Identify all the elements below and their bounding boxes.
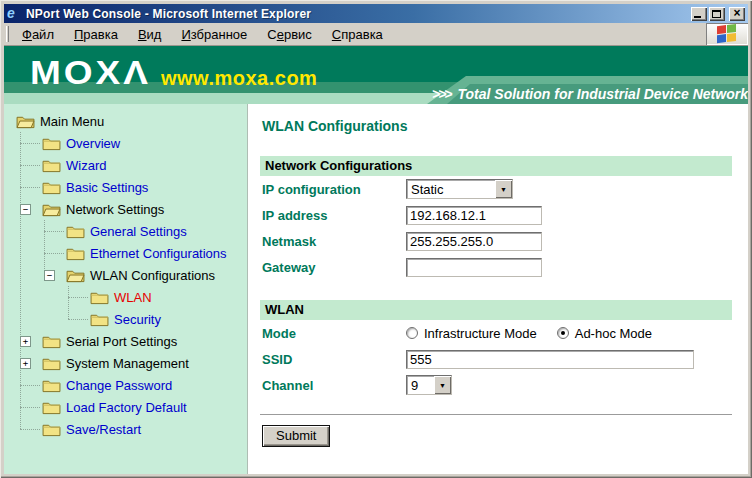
folder-icon (42, 378, 61, 393)
mode-radio-infrastructure-mode[interactable] (406, 327, 418, 339)
sidebar-item-network-settings[interactable]: Network Settings (66, 202, 164, 217)
tree-connector-stub (20, 385, 40, 386)
sidebar-item-wizard[interactable]: Wizard (66, 158, 106, 173)
tree-connector-stub (68, 319, 88, 320)
sidebar-item-ethernet-configurations[interactable]: Ethernet Configurations (90, 246, 227, 261)
tree-connector-stub (20, 187, 40, 188)
channel-selected-value: 9 (407, 376, 434, 394)
submit-button[interactable]: Submit (262, 425, 330, 447)
gateway-field[interactable] (406, 258, 542, 277)
tree-row: Main Menu (4, 110, 247, 132)
menu-item-правка[interactable]: Правка (64, 23, 128, 45)
netmask-field[interactable] (406, 232, 542, 251)
ssid-label: SSID (260, 352, 406, 367)
sidebar-item-main-menu[interactable]: Main Menu (40, 114, 104, 129)
sidebar-item-change-password[interactable]: Change Password (66, 378, 172, 393)
tree-connector-stub (20, 165, 40, 166)
chevrons-icon: >>> (432, 86, 451, 102)
sidebar-item-security[interactable]: Security (114, 312, 161, 327)
tree-row: Change Password (4, 374, 247, 396)
ie-icon: e (7, 6, 22, 21)
navigation-sidebar: Main MenuOverviewWizardBasic Settings−Ne… (4, 104, 247, 474)
ip-configuration-select[interactable]: Static▼ (406, 179, 513, 199)
expander-slot: + (20, 358, 40, 369)
expand-toggle-system-management[interactable]: + (20, 358, 31, 369)
mode-radio-ad-hoc-mode[interactable] (557, 327, 569, 339)
open-folder-icon (66, 268, 85, 283)
tree-connector-stub (68, 297, 88, 298)
ip-configuration-selected-value: Static (407, 180, 495, 198)
tree-row: +System Management (4, 352, 247, 374)
sidebar-item-overview[interactable]: Overview (66, 136, 120, 151)
moxa-banner: MOXΛ www.moxa.com >>>Total Solution for … (4, 46, 748, 104)
channel-select[interactable]: 9▼ (406, 375, 452, 395)
expand-toggle-serial-port-settings[interactable]: + (20, 336, 31, 347)
folder-icon (42, 180, 61, 195)
expander-slot: − (44, 270, 64, 281)
mode-option-label: Infrastructure Mode (424, 326, 537, 341)
main-content: WLAN Configurations Network Configuratio… (248, 104, 748, 474)
folder-icon (42, 422, 61, 437)
minimize-button[interactable] (691, 7, 707, 21)
mode-row: ModeInfrastructure ModeAd-hoc Mode (260, 320, 732, 346)
tree-connector-stub (44, 231, 64, 232)
banner-tagline: >>>Total Solution for Industrial Device … (432, 86, 748, 102)
menu-item-вид[interactable]: Вид (128, 23, 172, 45)
netmask-row: Netmask (260, 228, 732, 254)
sidebar-item-save-restart[interactable]: Save/Restart (66, 422, 141, 437)
tree-row: Wizard (4, 154, 247, 176)
page-title: WLAN Configurations (260, 114, 732, 134)
mode-option-label: Ad-hoc Mode (575, 326, 652, 341)
title-bar: e NPort Web Console - Microsoft Internet… (4, 4, 748, 23)
ip-address-field[interactable] (406, 206, 542, 225)
tree-row: −Network Settings (4, 198, 247, 220)
tree-row: Load Factory Default (4, 396, 247, 418)
ip-configuration-row: IP configurationStatic▼ (260, 176, 732, 202)
menu-grip-handle[interactable] (6, 26, 9, 42)
collapse-toggle-network-settings[interactable]: − (20, 204, 31, 215)
sidebar-item-wlan-configurations[interactable]: WLAN Configurations (90, 268, 215, 283)
folder-icon (42, 334, 61, 349)
browser-logo-box (706, 23, 748, 45)
tree-connector-stub (20, 429, 40, 430)
tree-row: General Settings (4, 220, 247, 242)
dropdown-arrow-icon[interactable]: ▼ (434, 376, 451, 394)
ip-configuration-label: IP configuration (260, 182, 406, 197)
windows-flag-icon (717, 24, 737, 44)
sidebar-item-basic-settings[interactable]: Basic Settings (66, 180, 148, 195)
ip-address-label: IP address (260, 208, 406, 223)
sidebar-item-load-factory-default[interactable]: Load Factory Default (66, 400, 187, 415)
menu-item-сервис[interactable]: Сервис (257, 23, 322, 45)
tagline-text: Total Solution for Industrial Device Net… (458, 86, 748, 102)
sidebar-item-serial-port-settings[interactable]: Serial Port Settings (66, 334, 177, 349)
maximize-button[interactable] (709, 7, 725, 21)
folder-icon (66, 224, 85, 239)
sidebar-item-wlan[interactable]: WLAN (114, 290, 152, 305)
ssid-row: SSID (260, 346, 732, 372)
close-button[interactable]: × (729, 7, 745, 21)
tree-row: +Serial Port Settings (4, 330, 247, 352)
tree-row: Save/Restart (4, 418, 247, 440)
mode-radio-group: Infrastructure ModeAd-hoc Mode (406, 326, 666, 341)
sidebar-item-general-settings[interactable]: General Settings (90, 224, 187, 239)
menu-item-справка[interactable]: Справка (322, 23, 393, 45)
sidebar-item-system-management[interactable]: System Management (66, 356, 189, 371)
tree-row: Basic Settings (4, 176, 247, 198)
channel-row: Channel9▼ (260, 372, 732, 398)
collapse-toggle-wlan-configurations[interactable]: − (44, 270, 55, 281)
ssid-field[interactable] (406, 350, 694, 369)
tree-row: Ethernet Configurations (4, 242, 247, 264)
open-folder-icon (16, 114, 35, 129)
form-divider (260, 414, 732, 415)
folder-icon (90, 312, 109, 327)
dropdown-arrow-icon[interactable]: ▼ (495, 180, 512, 198)
expander-slot: + (20, 336, 40, 347)
menu-item-избранное[interactable]: Избранное (171, 23, 257, 45)
netmask-label: Netmask (260, 234, 406, 249)
tree-row: WLAN (4, 286, 247, 308)
channel-label: Channel (260, 378, 406, 393)
menu-item-файл[interactable]: Файл (12, 23, 64, 45)
browser-window: e NPort Web Console - Microsoft Internet… (0, 0, 752, 478)
open-folder-icon (42, 202, 61, 217)
folder-icon (42, 136, 61, 151)
